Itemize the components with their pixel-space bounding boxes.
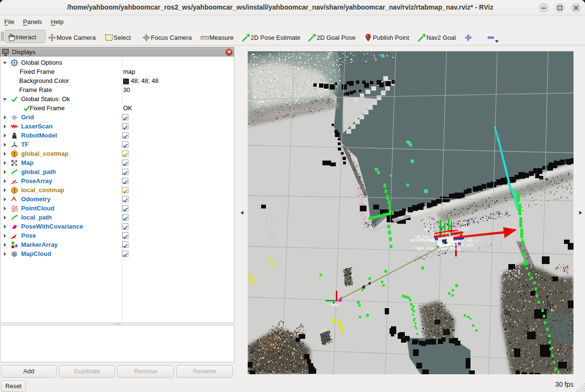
svg-text:rear_joint: rear_joint [453, 227, 470, 231]
svg-text:map: map [331, 302, 339, 307]
svg-text:right_rear_wheel_hinge: right_rear_wheel_hinge [415, 246, 460, 251]
